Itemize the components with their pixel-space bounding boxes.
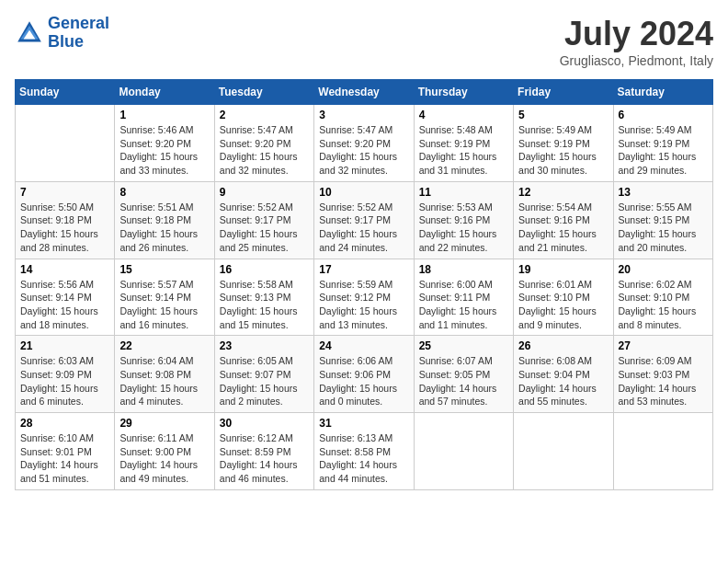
calendar: SundayMondayTuesdayWednesdayThursdayFrid… <box>15 79 713 490</box>
day-info: Sunrise: 6:09 AM Sunset: 9:03 PM Dayligh… <box>619 354 708 408</box>
day-cell: 5Sunrise: 5:49 AM Sunset: 9:19 PM Daylig… <box>514 105 613 182</box>
day-info: Sunrise: 5:58 AM Sunset: 9:13 PM Dayligh… <box>220 278 309 332</box>
week-row-4: 21Sunrise: 6:03 AM Sunset: 9:09 PM Dayli… <box>16 336 713 413</box>
week-row-5: 28Sunrise: 6:10 AM Sunset: 9:01 PM Dayli… <box>16 413 713 490</box>
day-info: Sunrise: 5:49 AM Sunset: 9:19 PM Dayligh… <box>518 123 608 178</box>
day-info: Sunrise: 6:11 AM Sunset: 9:00 PM Dayligh… <box>119 431 209 486</box>
day-info: Sunrise: 5:46 AM Sunset: 9:20 PM Dayligh… <box>119 123 209 178</box>
day-info: Sunrise: 5:53 AM Sunset: 9:16 PM Dayligh… <box>419 201 508 255</box>
day-cell: 28Sunrise: 6:10 AM Sunset: 9:01 PM Dayli… <box>16 413 115 490</box>
logo-icon <box>15 18 44 48</box>
day-info: Sunrise: 5:55 AM Sunset: 9:15 PM Dayligh… <box>619 201 708 255</box>
day-info: Sunrise: 6:01 AM Sunset: 9:10 PM Dayligh… <box>518 278 608 332</box>
day-number: 15 <box>119 263 209 276</box>
day-cell: 12Sunrise: 5:54 AM Sunset: 9:16 PM Dayli… <box>514 181 613 259</box>
day-cell: 14Sunrise: 5:56 AM Sunset: 9:14 PM Dayli… <box>16 259 115 336</box>
day-cell: 23Sunrise: 6:05 AM Sunset: 9:07 PM Dayli… <box>214 336 313 413</box>
day-info: Sunrise: 6:10 AM Sunset: 9:01 PM Dayligh… <box>20 431 109 486</box>
week-row-1: 1Sunrise: 5:46 AM Sunset: 9:20 PM Daylig… <box>16 105 713 182</box>
location: Grugliasco, Piedmont, Italy <box>560 53 713 68</box>
weekday-header-thursday: Thursday <box>414 80 513 105</box>
day-cell: 4Sunrise: 5:48 AM Sunset: 9:19 PM Daylig… <box>414 105 513 182</box>
day-number: 5 <box>518 109 608 121</box>
day-cell: 20Sunrise: 6:02 AM Sunset: 9:10 PM Dayli… <box>613 259 712 336</box>
day-info: Sunrise: 5:52 AM Sunset: 9:17 PM Dayligh… <box>319 201 408 255</box>
day-number: 24 <box>319 339 408 352</box>
day-info: Sunrise: 5:48 AM Sunset: 9:19 PM Dayligh… <box>419 123 508 178</box>
day-info: Sunrise: 5:49 AM Sunset: 9:19 PM Dayligh… <box>619 123 708 178</box>
day-info: Sunrise: 6:03 AM Sunset: 9:09 PM Dayligh… <box>20 354 109 408</box>
weekday-header-tuesday: Tuesday <box>214 80 313 105</box>
day-cell: 24Sunrise: 6:06 AM Sunset: 9:06 PM Dayli… <box>314 336 414 413</box>
day-cell: 16Sunrise: 5:58 AM Sunset: 9:13 PM Dayli… <box>214 259 313 336</box>
day-cell: 31Sunrise: 6:13 AM Sunset: 8:58 PM Dayli… <box>314 413 414 490</box>
weekday-header-wednesday: Wednesday <box>314 80 414 105</box>
day-cell <box>414 413 513 490</box>
day-number: 4 <box>419 109 508 121</box>
weekday-header-monday: Monday <box>115 80 214 105</box>
day-cell: 7Sunrise: 5:50 AM Sunset: 9:18 PM Daylig… <box>16 181 115 259</box>
day-cell: 6Sunrise: 5:49 AM Sunset: 9:19 PM Daylig… <box>613 105 712 182</box>
day-info: Sunrise: 6:07 AM Sunset: 9:05 PM Dayligh… <box>419 354 508 408</box>
day-number: 6 <box>619 109 708 121</box>
day-number: 27 <box>619 339 708 352</box>
day-cell <box>514 413 613 490</box>
day-number: 18 <box>419 263 508 276</box>
month-title: July 2024 <box>560 15 713 53</box>
day-cell <box>613 413 712 490</box>
day-cell: 9Sunrise: 5:52 AM Sunset: 9:17 PM Daylig… <box>214 181 313 259</box>
day-info: Sunrise: 6:00 AM Sunset: 9:11 PM Dayligh… <box>419 278 508 332</box>
day-cell: 30Sunrise: 6:12 AM Sunset: 8:59 PM Dayli… <box>214 413 313 490</box>
day-info: Sunrise: 5:56 AM Sunset: 9:14 PM Dayligh… <box>20 278 109 332</box>
day-cell: 3Sunrise: 5:47 AM Sunset: 9:20 PM Daylig… <box>314 105 414 182</box>
day-cell: 1Sunrise: 5:46 AM Sunset: 9:20 PM Daylig… <box>115 105 214 182</box>
day-number: 2 <box>220 109 309 121</box>
day-info: Sunrise: 6:05 AM Sunset: 9:07 PM Dayligh… <box>220 354 309 408</box>
title-block: July 2024 Grugliasco, Piedmont, Italy <box>560 15 713 68</box>
day-cell: 17Sunrise: 5:59 AM Sunset: 9:12 PM Dayli… <box>314 259 414 336</box>
day-number: 14 <box>20 263 109 276</box>
day-info: Sunrise: 5:47 AM Sunset: 9:20 PM Dayligh… <box>319 123 408 178</box>
day-number: 23 <box>220 339 309 352</box>
day-number: 1 <box>119 109 209 121</box>
day-info: Sunrise: 5:51 AM Sunset: 9:18 PM Dayligh… <box>119 201 209 255</box>
logo: General Blue <box>15 15 109 52</box>
day-number: 22 <box>119 339 209 352</box>
day-number: 30 <box>220 417 309 430</box>
day-cell: 25Sunrise: 6:07 AM Sunset: 9:05 PM Dayli… <box>414 336 513 413</box>
day-cell: 8Sunrise: 5:51 AM Sunset: 9:18 PM Daylig… <box>115 181 214 259</box>
weekday-header-friday: Friday <box>514 80 613 105</box>
day-cell: 26Sunrise: 6:08 AM Sunset: 9:04 PM Dayli… <box>514 336 613 413</box>
day-info: Sunrise: 6:12 AM Sunset: 8:59 PM Dayligh… <box>220 431 309 486</box>
day-number: 16 <box>220 263 309 276</box>
day-number: 29 <box>119 417 209 430</box>
day-cell: 27Sunrise: 6:09 AM Sunset: 9:03 PM Dayli… <box>613 336 712 413</box>
day-number: 11 <box>419 186 508 199</box>
weekday-header-sunday: Sunday <box>16 80 115 105</box>
day-number: 9 <box>220 186 309 199</box>
day-cell <box>16 105 115 182</box>
day-cell: 18Sunrise: 6:00 AM Sunset: 9:11 PM Dayli… <box>414 259 513 336</box>
day-cell: 2Sunrise: 5:47 AM Sunset: 9:20 PM Daylig… <box>214 105 313 182</box>
day-number: 26 <box>518 339 608 352</box>
logo-text: General Blue <box>48 15 109 52</box>
day-number: 7 <box>20 186 109 199</box>
day-number: 25 <box>419 339 508 352</box>
day-cell: 19Sunrise: 6:01 AM Sunset: 9:10 PM Dayli… <box>514 259 613 336</box>
day-number: 8 <box>119 186 209 199</box>
day-number: 20 <box>619 263 708 276</box>
weekday-header-row: SundayMondayTuesdayWednesdayThursdayFrid… <box>16 80 713 105</box>
day-number: 12 <box>518 186 608 199</box>
day-cell: 10Sunrise: 5:52 AM Sunset: 9:17 PM Dayli… <box>314 181 414 259</box>
day-cell: 15Sunrise: 5:57 AM Sunset: 9:14 PM Dayli… <box>115 259 214 336</box>
day-info: Sunrise: 5:59 AM Sunset: 9:12 PM Dayligh… <box>319 278 408 332</box>
day-info: Sunrise: 5:57 AM Sunset: 9:14 PM Dayligh… <box>119 278 209 332</box>
day-info: Sunrise: 5:52 AM Sunset: 9:17 PM Dayligh… <box>220 201 309 255</box>
day-number: 13 <box>619 186 708 199</box>
day-number: 31 <box>319 417 408 430</box>
day-number: 19 <box>518 263 608 276</box>
week-row-2: 7Sunrise: 5:50 AM Sunset: 9:18 PM Daylig… <box>16 181 713 259</box>
day-info: Sunrise: 5:47 AM Sunset: 9:20 PM Dayligh… <box>220 123 309 178</box>
day-number: 3 <box>319 109 408 121</box>
day-info: Sunrise: 5:54 AM Sunset: 9:16 PM Dayligh… <box>518 201 608 255</box>
